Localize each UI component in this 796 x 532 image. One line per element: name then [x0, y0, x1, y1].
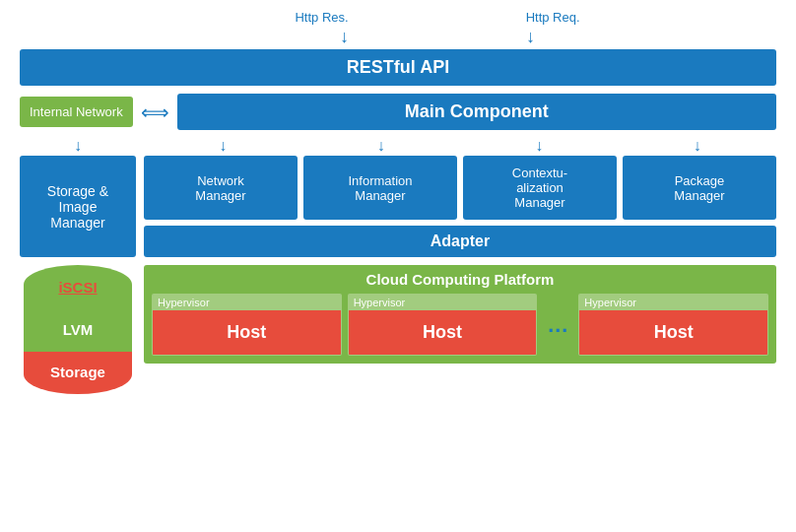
information-manager-box: InformationManager [303, 156, 457, 220]
http-req-label: Http Req. [526, 10, 580, 25]
hypervisor-label-3: Hypervisor [579, 295, 767, 310]
arrow-to-context: ↓ [535, 138, 543, 154]
host-label-3: Host [579, 310, 767, 355]
http-res-label: Http Res. [295, 10, 348, 25]
contextualization-manager-box: Contextu-alizationManager [463, 156, 617, 220]
host-label-1: Host [153, 310, 341, 355]
network-manager-box: NetworkManager [144, 156, 298, 220]
http-res-arrow: ↓ [340, 27, 349, 47]
hypervisor-box-2: Hypervisor Host [348, 294, 538, 356]
hypervisor-box-3: Hypervisor Host [578, 294, 768, 356]
internal-network-box: Internal Network [20, 97, 133, 127]
hypervisor-label-1: Hypervisor [153, 295, 341, 310]
arrow-to-network: ↓ [219, 138, 227, 154]
package-manager-box: PackageManager [623, 156, 776, 220]
ellipsis-separator: … [543, 312, 572, 338]
http-req-arrow: ↓ [526, 27, 535, 47]
arrow-to-storage: ↓ [74, 138, 82, 154]
storage-cylinder: Storage [24, 350, 132, 394]
lvm-cylinder: LVM [24, 307, 132, 352]
cloud-platform-title: Cloud Computing Platform [152, 271, 768, 288]
arrow-to-info: ↓ [377, 138, 385, 154]
arrow-to-package: ↓ [694, 138, 701, 154]
hypervisor-box-1: Hypervisor Host [152, 294, 342, 356]
main-component-box: Main Component [177, 94, 776, 130]
cylinder-stack: iSCSI LVM Storage [20, 265, 136, 394]
double-arrow-icon: ⟺ [141, 100, 169, 124]
host-label-2: Host [349, 310, 537, 355]
storage-image-manager-box: Storage & ImageManager [20, 156, 136, 257]
cloud-computing-platform: Cloud Computing Platform Hypervisor Host… [144, 265, 776, 364]
hypervisor-label-2: Hypervisor [349, 295, 537, 310]
adapter-bar: Adapter [144, 226, 776, 257]
iscsi-cylinder: iSCSI [24, 265, 132, 309]
restful-api-bar: RESTful API [20, 49, 776, 86]
